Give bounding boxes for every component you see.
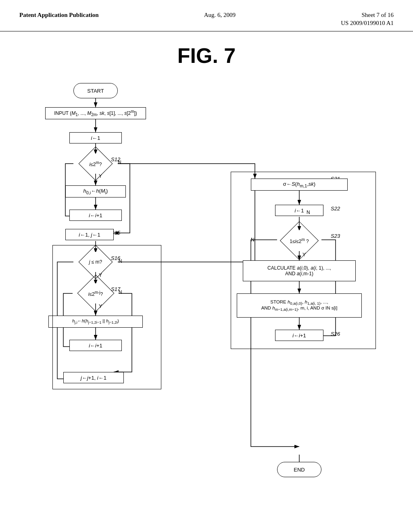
s10-text: INPUT (M1, ..., M2m, sk, s[1], ..., s[2m… xyxy=(54,109,137,117)
s22-step-label: S22 xyxy=(331,206,340,212)
s22-n-label: N xyxy=(307,210,310,215)
s25-node: STORE h0,a(i,0), h1,a(i, 1), ...,AND hm−… xyxy=(237,293,362,318)
s14-text: i←i+1 xyxy=(89,212,102,218)
header-center: Aug. 6, 2009 xyxy=(204,11,236,19)
s23-n-label: N xyxy=(251,237,254,243)
s16-y-label: Y xyxy=(99,272,102,278)
s10-node: INPUT (M1, ..., M2m, sk, s[1], ..., s[2m… xyxy=(45,107,146,119)
s23-node: 1≤i≤2m ? xyxy=(277,230,321,251)
s22-text: i←1 xyxy=(294,208,304,214)
s20-text: j←j+1, i←1 xyxy=(81,375,106,381)
s21-text: σ←S(hm,1,sk) xyxy=(283,181,315,188)
s12-y-label: Y xyxy=(99,173,102,179)
s13-text: h0,i←h(Mi) xyxy=(83,188,108,195)
s13-node: h0,i←h(Mi) xyxy=(65,185,126,197)
s19-node: i←i+1 xyxy=(69,340,122,351)
end-label: END xyxy=(294,467,305,473)
s21-node: σ←S(hm,1,sk) xyxy=(251,179,348,191)
end-node: END xyxy=(277,462,321,477)
page: Patent Application Publication Aug. 6, 2… xyxy=(0,0,413,532)
s26-node: i←i+1 xyxy=(275,330,323,341)
s22-node: i←1 xyxy=(275,205,323,216)
s25-text: STORE h0,a(i,0), h1,a(i, 1), ...,AND hm−… xyxy=(261,299,338,312)
s17-n-label: N xyxy=(119,289,122,295)
start-label: START xyxy=(87,88,104,94)
start-node: START xyxy=(73,83,118,98)
s15-text: i←1, j←1 xyxy=(79,232,100,238)
s16-n-label: N xyxy=(119,258,122,264)
s24-node: CALCULATE a(i,0), a(i, 1), ...,AND a(i,m… xyxy=(243,260,356,281)
s17-y-label: Y xyxy=(99,303,102,309)
s26-step-label: S26 xyxy=(331,331,340,337)
sheet-info: Sheet 7 of 16 xyxy=(341,11,394,19)
s23-step-label: S23 xyxy=(331,233,340,239)
s18-node: hj,i←h(hj−1,2i−1 || hj−1,2i) xyxy=(48,316,143,328)
publication-date: Aug. 6, 2009 xyxy=(204,12,236,18)
s12-n-label: N xyxy=(118,160,121,165)
s18-text: hj,i←h(hj−1,2i−1 || hj−1,2i) xyxy=(72,318,119,324)
publication-title: Patent Application Publication xyxy=(19,12,99,18)
header: Patent Application Publication Aug. 6, 2… xyxy=(0,0,413,31)
s15-node: i←1, j←1 xyxy=(65,229,114,240)
flowchart: START S10 INPUT (M1, ..., M2m, sk, s[1],… xyxy=(25,76,388,515)
s23-y-label: Y xyxy=(302,252,306,258)
figure-title: FIG. 7 xyxy=(0,44,413,68)
s20-node: j←j+1, i←1 xyxy=(63,372,124,383)
header-right: Sheet 7 of 16 US 2009/0199010 A1 xyxy=(341,11,394,27)
s19-text: i←i+1 xyxy=(89,343,102,349)
s26-text: i←i+1 xyxy=(292,332,306,339)
s14-node: i←i+1 xyxy=(69,210,122,221)
s24-text: CALCULATE a(i,0), a(i, 1), ...,AND a(i,m… xyxy=(267,265,331,276)
s11-text: i←1 xyxy=(91,135,100,141)
header-left: Patent Application Publication xyxy=(19,11,99,19)
s11-node: i←1 xyxy=(69,132,122,143)
patent-number: US 2009/0199010 A1 xyxy=(341,19,394,27)
